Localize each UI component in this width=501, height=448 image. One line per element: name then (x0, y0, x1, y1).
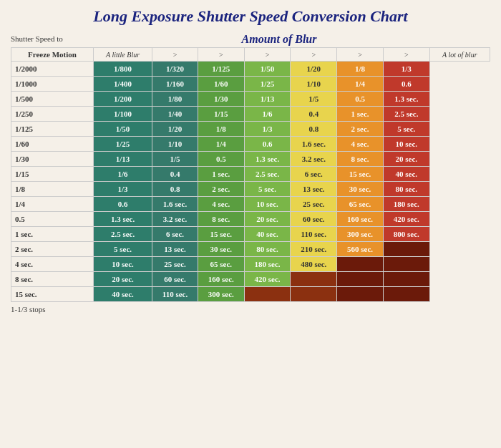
col-arrow-4: > (291, 48, 337, 62)
value-cell: 1 sec. (198, 167, 244, 182)
shutter-speed-cell: 4 sec. (11, 257, 94, 272)
value-cell: 0.5 (337, 92, 384, 107)
value-cell: 6 sec. (291, 167, 337, 182)
shutter-speed-cell: 1/500 (11, 92, 94, 107)
col-arrow-3: > (244, 48, 291, 62)
shutter-speed-cell: 1/125 (11, 122, 94, 137)
value-cell: 2.5 sec. (94, 227, 152, 242)
value-cell (337, 287, 384, 302)
value-cell: 110 sec. (152, 287, 198, 302)
value-cell: 6 sec. (152, 227, 198, 242)
value-cell: 8 sec. (337, 152, 384, 167)
value-cell: 2 sec. (337, 122, 384, 137)
value-cell: 1/4 (198, 137, 244, 152)
value-cell: 560 sec. (337, 242, 384, 257)
value-cell: 0.8 (152, 182, 198, 197)
value-cell: 300 sec. (337, 227, 384, 242)
page-title: Long Exposure Shutter Speed Conversion C… (11, 7, 490, 26)
value-cell: 1/100 (94, 107, 152, 122)
table-row: 1/2501/1001/401/151/60.41 sec.2.5 sec. (11, 107, 490, 122)
value-cell: 13 sec. (152, 242, 198, 257)
value-cell: 1.3 sec. (244, 152, 291, 167)
table-row: 1/40.61.6 sec.4 sec.10 sec.25 sec.65 sec… (11, 197, 490, 212)
table-row: 1/20001/8001/3201/1251/501/201/81/3 (11, 62, 490, 77)
value-cell (383, 257, 429, 272)
value-cell: 13 sec. (291, 182, 337, 197)
value-cell: 160 sec. (337, 212, 384, 227)
value-cell: 1/13 (94, 152, 152, 167)
value-cell (244, 287, 291, 302)
value-cell: 1/50 (244, 62, 291, 77)
value-cell: 1/25 (244, 77, 291, 92)
value-cell: 210 sec. (291, 242, 337, 257)
col-header-freeze: Freeze Motion (11, 48, 94, 62)
value-cell: 1/6 (94, 167, 152, 182)
value-cell: 110 sec. (291, 227, 337, 242)
value-cell: 1/20 (152, 122, 198, 137)
value-cell: 300 sec. (198, 287, 244, 302)
value-cell: 180 sec. (244, 257, 291, 272)
col-arrow-1: > (152, 48, 198, 62)
value-cell: 1/20 (291, 62, 337, 77)
value-cell: 1/5 (152, 152, 198, 167)
table-row: 0.51.3 sec.3.2 sec.8 sec.20 sec.60 sec.1… (11, 212, 490, 227)
value-cell: 15 sec. (337, 167, 384, 182)
value-cell: 1.6 sec. (291, 137, 337, 152)
table-row: 1/151/60.41 sec.2.5 sec.6 sec.15 sec.40 … (11, 167, 490, 182)
value-cell: 20 sec. (94, 272, 152, 287)
value-cell: 25 sec. (291, 197, 337, 212)
value-cell: 1/5 (291, 92, 337, 107)
value-cell: 60 sec. (291, 212, 337, 227)
value-cell: 0.8 (291, 122, 337, 137)
value-cell: 160 sec. (198, 272, 244, 287)
value-cell: 480 sec. (291, 257, 337, 272)
shutter-speed-cell: 8 sec. (11, 272, 94, 287)
col-arrow-2: > (198, 48, 244, 62)
value-cell: 1/25 (94, 137, 152, 152)
value-cell: 10 sec. (383, 137, 429, 152)
value-cell: 30 sec. (337, 182, 384, 197)
shutter-speed-cell: 1/2000 (11, 62, 94, 77)
shutter-speed-cell: 1/30 (11, 152, 94, 167)
value-cell: 5 sec. (383, 122, 429, 137)
table-row: 4 sec.10 sec.25 sec.65 sec.180 sec.480 s… (11, 257, 490, 272)
value-cell: 20 sec. (244, 212, 291, 227)
value-cell: 80 sec. (383, 182, 429, 197)
value-cell: 1/3 (94, 182, 152, 197)
value-cell: 10 sec. (244, 197, 291, 212)
value-cell: 60 sec. (152, 272, 198, 287)
shutter-speed-cell: 1/8 (11, 182, 94, 197)
shutter-speed-cell: 0.5 (11, 212, 94, 227)
shutter-speed-cell: 1/15 (11, 167, 94, 182)
value-cell: 1/10 (291, 77, 337, 92)
shutter-speed-cell: 15 sec. (11, 287, 94, 302)
value-cell: 3.2 sec. (152, 212, 198, 227)
value-cell: 20 sec. (383, 152, 429, 167)
value-cell: 1/50 (94, 122, 152, 137)
value-cell: 1/40 (152, 107, 198, 122)
col-header-lot-blur: A lot of blur (429, 48, 490, 62)
value-cell: 3.2 sec. (291, 152, 337, 167)
table-row: 15 sec.40 sec.110 sec.300 sec. (11, 287, 490, 302)
value-cell: 1/13 (244, 92, 291, 107)
value-cell: 40 sec. (94, 287, 152, 302)
value-cell: 1.6 sec. (152, 197, 198, 212)
value-cell: 0.6 (94, 197, 152, 212)
value-cell: 1.3 sec. (383, 92, 429, 107)
table-row: 1/5001/2001/801/301/131/50.51.3 sec. (11, 92, 490, 107)
value-cell: 1 sec. (337, 107, 384, 122)
value-cell: 0.6 (244, 137, 291, 152)
value-cell: 40 sec. (244, 227, 291, 242)
value-cell: 800 sec. (383, 227, 429, 242)
value-cell: 0.4 (291, 107, 337, 122)
conversion-table: Freeze Motion A little Blur > > > > > > … (11, 47, 490, 302)
value-cell: 1/6 (244, 107, 291, 122)
value-cell: 1/30 (198, 92, 244, 107)
value-cell (337, 272, 384, 287)
table-row: 1/10001/4001/1601/601/251/101/40.6 (11, 77, 490, 92)
value-cell: 1/10 (152, 137, 198, 152)
value-cell: 2.5 sec. (244, 167, 291, 182)
value-cell: 30 sec. (198, 242, 244, 257)
table-row: 1/81/30.82 sec.5 sec.13 sec.30 sec.80 se… (11, 182, 490, 197)
value-cell: 0.5 (198, 152, 244, 167)
